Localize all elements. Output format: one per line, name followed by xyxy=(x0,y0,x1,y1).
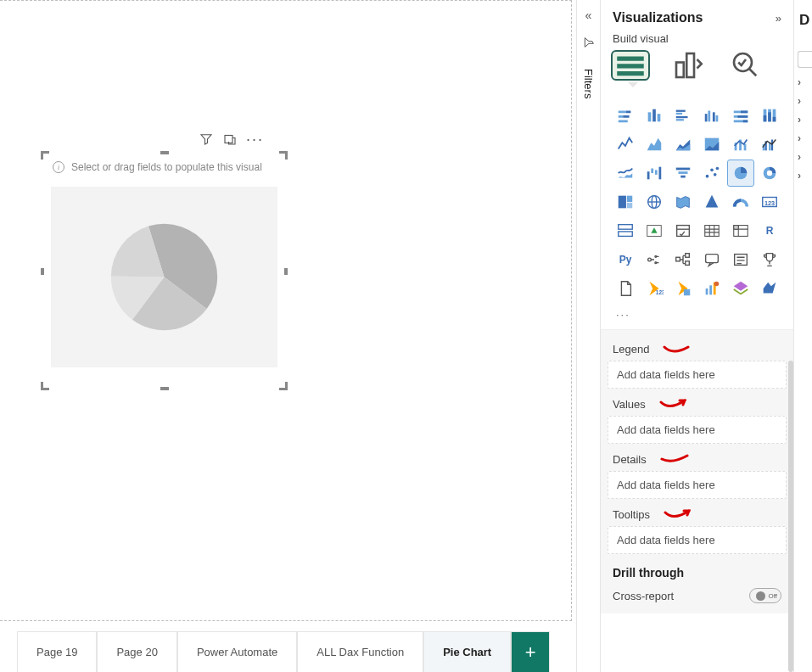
data-pane-collapsed[interactable]: D › › › › › › xyxy=(793,0,812,672)
svg-rect-16 xyxy=(676,113,682,115)
svg-rect-20 xyxy=(708,111,710,122)
viz-power-apps-icon[interactable] xyxy=(670,276,696,301)
viz-filled-map-icon[interactable] xyxy=(670,189,696,215)
filters-pane-collapsed[interactable]: « Filters xyxy=(576,0,600,672)
page-tab[interactable]: ALL Dax Function xyxy=(297,631,423,672)
viz-gauge-icon[interactable] xyxy=(728,189,753,215)
viz-matrix-icon[interactable] xyxy=(728,218,753,244)
viz-clustered-bar-icon[interactable] xyxy=(670,103,696,128)
viz-line-clustered-column-icon[interactable] xyxy=(757,132,782,157)
collapse-icon[interactable]: « xyxy=(585,8,592,22)
viz-slicer-icon[interactable] xyxy=(670,218,696,244)
scrollbar[interactable] xyxy=(788,361,793,672)
chevron-right-icon[interactable]: › xyxy=(794,166,812,185)
focus-mode-icon[interactable] xyxy=(222,132,238,149)
viz-smart-narrative-icon[interactable] xyxy=(728,247,753,272)
viz-goals-icon[interactable] xyxy=(757,247,782,272)
report-canvas[interactable]: ··· i Select or drag fields to populate … xyxy=(0,0,576,672)
viz-python-icon[interactable]: Py xyxy=(613,247,638,272)
svg-rect-70 xyxy=(734,226,739,230)
viz-key-influencers-icon[interactable] xyxy=(641,247,667,272)
svg-rect-57 xyxy=(619,196,626,209)
viz-multirow-card-icon[interactable] xyxy=(613,218,638,244)
viz-anomaly-icon[interactable] xyxy=(699,276,725,301)
page-tab-active[interactable]: Pie Chart xyxy=(423,631,511,672)
viz-area-icon[interactable] xyxy=(641,132,667,157)
visual-placeholder-text: Select or drag fields to populate this v… xyxy=(71,161,262,173)
viz-pie-icon[interactable] xyxy=(728,160,753,186)
resize-handle[interactable] xyxy=(41,382,49,390)
svg-rect-2 xyxy=(617,64,644,68)
svg-rect-68 xyxy=(705,226,720,237)
viz-stacked-column-icon[interactable] xyxy=(641,103,667,128)
resize-handle[interactable] xyxy=(160,387,169,390)
viz-power-automate-icon[interactable]: 123 xyxy=(641,276,667,301)
page-tab-label: Power Automate xyxy=(197,646,277,658)
viz-map-icon[interactable] xyxy=(641,189,667,215)
viz-line-column-icon[interactable] xyxy=(728,132,753,157)
viz-qna-icon[interactable] xyxy=(699,247,725,272)
viz-stacked-area-icon[interactable] xyxy=(670,132,696,157)
page-tab[interactable]: Power Automate xyxy=(177,631,297,672)
well-tooltips-label: Tooltips xyxy=(613,508,650,521)
viz-waterfall-icon[interactable] xyxy=(641,160,667,186)
viz-card-icon[interactable]: 123 xyxy=(757,189,782,215)
chevron-right-icon[interactable]: › xyxy=(794,129,812,148)
viz-custom1-icon[interactable] xyxy=(728,276,753,301)
resize-handle[interactable] xyxy=(284,268,288,275)
resize-handle[interactable] xyxy=(41,151,49,160)
svg-point-51 xyxy=(710,169,714,172)
cross-report-toggle[interactable]: Off xyxy=(749,588,781,603)
build-visual-tab[interactable] xyxy=(613,52,648,79)
chevron-right-icon[interactable]: › xyxy=(794,73,812,92)
svg-point-53 xyxy=(716,167,720,171)
format-visual-tab[interactable] xyxy=(670,52,706,79)
well-tooltips-dropzone[interactable]: Add data fields here xyxy=(608,526,787,554)
svg-rect-10 xyxy=(623,115,629,118)
pie-chart-visual[interactable]: i Select or drag fields to populate this… xyxy=(42,153,286,389)
viz-table-icon[interactable] xyxy=(699,218,725,244)
svg-rect-15 xyxy=(676,110,686,112)
viz-scatter-icon[interactable] xyxy=(699,160,725,186)
expand-icon[interactable]: » xyxy=(776,12,781,25)
page-tab[interactable]: Page 19 xyxy=(17,631,97,672)
add-page-button[interactable]: + xyxy=(511,631,550,672)
well-legend-dropzone[interactable]: Add data fields here xyxy=(608,361,787,389)
resize-handle[interactable] xyxy=(279,382,288,390)
viz-stacked-bar-icon[interactable] xyxy=(613,103,638,128)
more-visuals-button[interactable]: ··· xyxy=(601,306,793,329)
visual-toolbar: ··· xyxy=(199,132,264,149)
more-options-icon[interactable]: ··· xyxy=(246,132,264,149)
page-tab[interactable]: Page 20 xyxy=(97,631,176,672)
svg-rect-32 xyxy=(768,112,771,121)
search-field-sliver[interactable] xyxy=(798,51,812,68)
viz-r-icon[interactable]: R xyxy=(757,218,782,244)
analytics-tab[interactable] xyxy=(728,52,764,79)
viz-azure-map-icon[interactable] xyxy=(699,189,725,215)
viz-funnel-icon[interactable] xyxy=(670,160,696,186)
chart-body xyxy=(51,187,277,367)
viz-ribbon-icon[interactable] xyxy=(613,160,638,186)
well-details-dropzone[interactable]: Add data fields here xyxy=(608,471,787,499)
resize-handle[interactable] xyxy=(279,151,288,160)
chevron-right-icon[interactable]: › xyxy=(794,92,812,110)
resize-handle[interactable] xyxy=(160,151,169,154)
viz-decomposition-tree-icon[interactable] xyxy=(670,247,696,272)
viz-custom2-icon[interactable] xyxy=(757,276,782,301)
viz-clustered-column-icon[interactable] xyxy=(699,103,725,128)
chevron-right-icon[interactable]: › xyxy=(794,148,812,166)
viz-paginated-icon[interactable] xyxy=(613,276,638,301)
svg-rect-44 xyxy=(651,169,653,174)
well-values-dropzone[interactable]: Add data fields here xyxy=(608,416,787,444)
viz-line-icon[interactable] xyxy=(613,132,638,157)
resize-handle[interactable] xyxy=(41,268,44,275)
filter-icon[interactable] xyxy=(199,132,214,149)
cross-report-label: Cross-report xyxy=(613,590,674,602)
viz-100-stacked-column-icon[interactable] xyxy=(757,103,782,128)
viz-treemap-icon[interactable] xyxy=(613,189,638,215)
viz-100-stacked-bar-icon[interactable] xyxy=(728,103,753,128)
chevron-right-icon[interactable]: › xyxy=(794,110,812,129)
viz-100-stacked-area-icon[interactable] xyxy=(699,132,725,157)
viz-kpi-icon[interactable] xyxy=(641,218,667,244)
viz-donut-icon[interactable] xyxy=(757,160,782,186)
